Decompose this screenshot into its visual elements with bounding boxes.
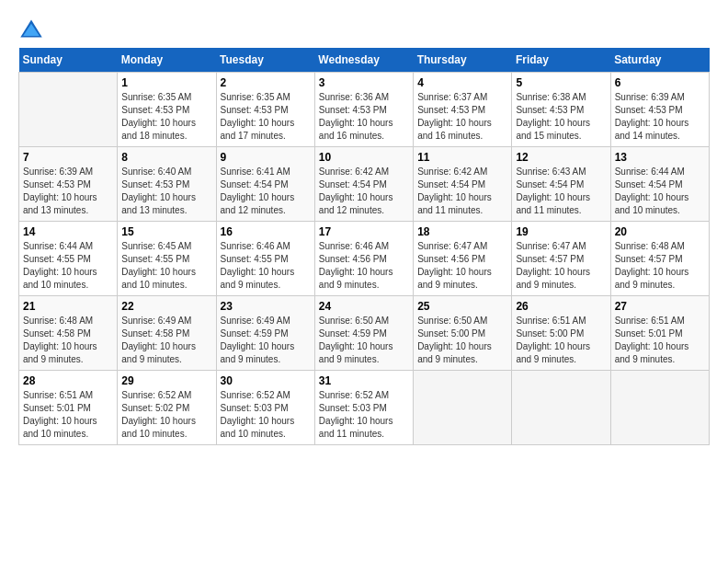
day-cell: 30Sunrise: 6:52 AMSunset: 5:03 PMDayligh… (216, 371, 314, 445)
day-cell: 15Sunrise: 6:45 AMSunset: 4:55 PMDayligh… (118, 222, 216, 296)
day-cell (610, 371, 709, 445)
logo-icon (18, 18, 44, 39)
day-info: Sunrise: 6:51 AMSunset: 5:01 PMDaylight:… (23, 389, 113, 441)
day-info: Sunrise: 6:49 AMSunset: 4:59 PMDaylight:… (221, 315, 311, 366)
day-info: Sunrise: 6:35 AMSunset: 4:53 PMDaylight:… (221, 91, 311, 143)
day-cell: 23Sunrise: 6:49 AMSunset: 4:59 PMDayligh… (216, 296, 314, 371)
column-header-friday: Friday (512, 48, 610, 73)
day-number: 13 (615, 151, 705, 164)
day-cell: 8Sunrise: 6:40 AMSunset: 4:53 PMDaylight… (118, 147, 216, 222)
day-cell: 5Sunrise: 6:38 AMSunset: 4:53 PMDaylight… (512, 73, 610, 147)
day-number: 1 (121, 76, 211, 89)
day-info: Sunrise: 6:42 AMSunset: 4:54 PMDaylight:… (319, 166, 409, 217)
day-number: 9 (221, 151, 311, 164)
day-number: 19 (516, 225, 606, 238)
day-cell: 21Sunrise: 6:48 AMSunset: 4:58 PMDayligh… (19, 296, 118, 371)
column-header-saturday: Saturday (610, 48, 709, 73)
day-cell: 29Sunrise: 6:52 AMSunset: 5:02 PMDayligh… (118, 371, 216, 445)
day-cell: 17Sunrise: 6:46 AMSunset: 4:56 PMDayligh… (314, 222, 413, 296)
day-cell: 1Sunrise: 6:35 AMSunset: 4:53 PMDaylight… (118, 73, 216, 147)
day-cell: 2Sunrise: 6:35 AMSunset: 4:53 PMDaylight… (216, 73, 314, 147)
column-header-monday: Monday (118, 48, 216, 73)
day-number: 2 (221, 76, 311, 89)
week-row-4: 21Sunrise: 6:48 AMSunset: 4:58 PMDayligh… (19, 296, 710, 371)
day-cell: 10Sunrise: 6:42 AMSunset: 4:54 PMDayligh… (314, 147, 413, 222)
day-number: 17 (319, 225, 409, 238)
day-number: 6 (615, 76, 705, 89)
day-number: 21 (23, 300, 113, 313)
day-cell (19, 73, 118, 147)
day-number: 30 (221, 374, 311, 387)
day-info: Sunrise: 6:46 AMSunset: 4:55 PMDaylight:… (221, 240, 311, 292)
day-cell (414, 371, 512, 445)
day-cell: 22Sunrise: 6:49 AMSunset: 4:58 PMDayligh… (118, 296, 216, 371)
page-header (18, 18, 710, 39)
day-info: Sunrise: 6:42 AMSunset: 4:54 PMDaylight:… (417, 166, 507, 217)
day-cell: 25Sunrise: 6:50 AMSunset: 5:00 PMDayligh… (414, 296, 512, 371)
day-number: 29 (121, 374, 211, 387)
day-info: Sunrise: 6:50 AMSunset: 5:00 PMDaylight:… (417, 315, 507, 366)
header-row: SundayMondayTuesdayWednesdayThursdayFrid… (19, 48, 710, 73)
day-number: 23 (221, 300, 311, 313)
day-info: Sunrise: 6:44 AMSunset: 4:55 PMDaylight:… (23, 240, 113, 292)
day-cell: 28Sunrise: 6:51 AMSunset: 5:01 PMDayligh… (19, 371, 118, 445)
day-number: 4 (417, 76, 507, 89)
day-info: Sunrise: 6:48 AMSunset: 4:57 PMDaylight:… (615, 240, 705, 292)
day-info: Sunrise: 6:45 AMSunset: 4:55 PMDaylight:… (121, 240, 211, 292)
column-header-thursday: Thursday (414, 48, 512, 73)
day-cell: 27Sunrise: 6:51 AMSunset: 5:01 PMDayligh… (610, 296, 709, 371)
calendar-table: SundayMondayTuesdayWednesdayThursdayFrid… (18, 48, 710, 445)
day-number: 31 (319, 374, 409, 387)
day-number: 12 (516, 151, 606, 164)
day-cell: 4Sunrise: 6:37 AMSunset: 4:53 PMDaylight… (414, 73, 512, 147)
day-info: Sunrise: 6:49 AMSunset: 4:58 PMDaylight:… (121, 315, 211, 366)
column-header-wednesday: Wednesday (314, 48, 413, 73)
day-cell: 31Sunrise: 6:52 AMSunset: 5:03 PMDayligh… (314, 371, 413, 445)
day-number: 22 (121, 300, 211, 313)
day-info: Sunrise: 6:36 AMSunset: 4:53 PMDaylight:… (319, 91, 409, 143)
day-cell: 12Sunrise: 6:43 AMSunset: 4:54 PMDayligh… (512, 147, 610, 222)
day-info: Sunrise: 6:41 AMSunset: 4:54 PMDaylight:… (221, 166, 311, 217)
day-cell: 9Sunrise: 6:41 AMSunset: 4:54 PMDaylight… (216, 147, 314, 222)
day-number: 15 (121, 225, 211, 238)
week-row-5: 28Sunrise: 6:51 AMSunset: 5:01 PMDayligh… (19, 371, 710, 445)
day-cell: 3Sunrise: 6:36 AMSunset: 4:53 PMDaylight… (314, 73, 413, 147)
day-number: 10 (319, 151, 409, 164)
day-cell (512, 371, 610, 445)
day-cell: 6Sunrise: 6:39 AMSunset: 4:53 PMDaylight… (610, 73, 709, 147)
day-cell: 26Sunrise: 6:51 AMSunset: 5:00 PMDayligh… (512, 296, 610, 371)
day-number: 20 (615, 225, 705, 238)
day-info: Sunrise: 6:38 AMSunset: 4:53 PMDaylight:… (516, 91, 606, 143)
day-info: Sunrise: 6:37 AMSunset: 4:53 PMDaylight:… (417, 91, 507, 143)
day-info: Sunrise: 6:52 AMSunset: 5:03 PMDaylight:… (319, 389, 409, 441)
day-info: Sunrise: 6:51 AMSunset: 5:00 PMDaylight:… (516, 315, 606, 366)
day-info: Sunrise: 6:46 AMSunset: 4:56 PMDaylight:… (319, 240, 409, 292)
day-number: 27 (615, 300, 705, 313)
day-number: 5 (516, 76, 606, 89)
day-cell: 20Sunrise: 6:48 AMSunset: 4:57 PMDayligh… (610, 222, 709, 296)
day-number: 24 (319, 300, 409, 313)
day-cell: 24Sunrise: 6:50 AMSunset: 4:59 PMDayligh… (314, 296, 413, 371)
column-header-tuesday: Tuesday (216, 48, 314, 73)
day-number: 16 (221, 225, 311, 238)
day-number: 28 (23, 374, 113, 387)
day-info: Sunrise: 6:39 AMSunset: 4:53 PMDaylight:… (23, 166, 113, 217)
day-number: 7 (23, 151, 113, 164)
day-info: Sunrise: 6:35 AMSunset: 4:53 PMDaylight:… (121, 91, 211, 143)
day-info: Sunrise: 6:40 AMSunset: 4:53 PMDaylight:… (121, 166, 211, 217)
week-row-2: 7Sunrise: 6:39 AMSunset: 4:53 PMDaylight… (19, 147, 710, 222)
day-number: 18 (417, 225, 507, 238)
day-info: Sunrise: 6:52 AMSunset: 5:03 PMDaylight:… (221, 389, 311, 441)
day-number: 8 (121, 151, 211, 164)
day-info: Sunrise: 6:52 AMSunset: 5:02 PMDaylight:… (121, 389, 211, 441)
day-number: 14 (23, 225, 113, 238)
day-cell: 18Sunrise: 6:47 AMSunset: 4:56 PMDayligh… (414, 222, 512, 296)
day-info: Sunrise: 6:51 AMSunset: 5:01 PMDaylight:… (615, 315, 705, 366)
day-info: Sunrise: 6:44 AMSunset: 4:54 PMDaylight:… (615, 166, 705, 217)
day-info: Sunrise: 6:50 AMSunset: 4:59 PMDaylight:… (319, 315, 409, 366)
column-header-sunday: Sunday (19, 48, 118, 73)
day-cell: 13Sunrise: 6:44 AMSunset: 4:54 PMDayligh… (610, 147, 709, 222)
day-info: Sunrise: 6:47 AMSunset: 4:56 PMDaylight:… (417, 240, 507, 292)
day-info: Sunrise: 6:43 AMSunset: 4:54 PMDaylight:… (516, 166, 606, 217)
day-info: Sunrise: 6:48 AMSunset: 4:58 PMDaylight:… (23, 315, 113, 366)
